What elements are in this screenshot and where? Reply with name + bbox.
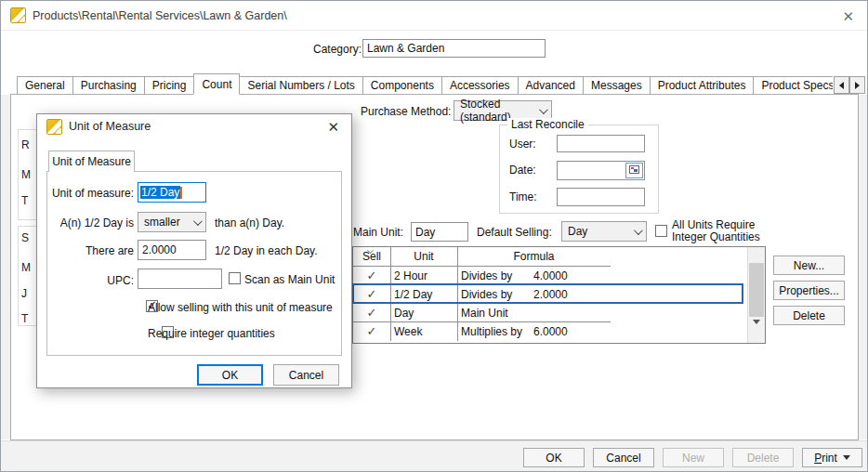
table-row[interactable]: ✓WeekMultiplies by6.0000 [353, 321, 611, 340]
new-side-button[interactable]: New... [773, 256, 845, 275]
unit-cell: Week [390, 325, 457, 338]
dropdown-arrow-icon [843, 455, 850, 460]
clipped-label-fragment: M [21, 168, 31, 181]
formula-cell: Divides by2.0000 [457, 288, 611, 301]
dialog-ok-button[interactable]: OK [197, 364, 263, 386]
main-unit-input[interactable] [411, 222, 468, 242]
formula-factor: 6.0000 [533, 325, 568, 338]
tab-accessories[interactable]: Accessories [441, 76, 519, 95]
category-input[interactable] [362, 39, 546, 58]
column-divider [457, 247, 458, 341]
calendar-button[interactable] [625, 163, 643, 178]
clipped-label-fragment: R [21, 138, 30, 151]
category-label: Category: [313, 43, 362, 56]
formula-cell: Multiplies by6.0000 [457, 325, 611, 338]
window-title: Products\Rental\Rental Services\Lawn & G… [33, 9, 287, 22]
upc-label: UPC: [37, 274, 134, 287]
tab-components[interactable]: Components [362, 76, 442, 95]
properties-side-button[interactable]: Properties... [773, 281, 845, 300]
tab-general[interactable]: General [17, 76, 73, 95]
user-label: User: [509, 138, 536, 151]
sell-check-icon: ✓ [353, 306, 390, 320]
time-label: Time: [509, 190, 537, 203]
ok-button[interactable]: OK [523, 448, 585, 467]
new-button: New [663, 448, 724, 467]
print-button[interactable]: Print [802, 448, 862, 467]
dialog-cancel-button[interactable]: Cancel [273, 364, 339, 386]
table-row[interactable]: ✓1/2 DayDivides by2.0000 [353, 284, 611, 303]
unit-of-measure-label: Unit of measure: [37, 187, 134, 200]
quantity-input[interactable] [138, 240, 206, 260]
table-scrollbar[interactable] [747, 247, 765, 343]
tab-product-specs[interactable]: Product Specs [753, 76, 833, 95]
calendar-icon [629, 165, 639, 174]
clipped-label-fragment: S [21, 231, 29, 244]
unit-of-measure-input[interactable]: 1/2 Day [138, 182, 206, 203]
last-reconcile-group: Last Reconcile User: Date: Time: [499, 125, 659, 214]
allow-selling-label: Allow selling with this unit of measure [148, 301, 333, 314]
table-row[interactable]: ✓2 HourDivides by4.0000 [353, 266, 611, 284]
sell-check-icon: ✓ [353, 324, 390, 338]
require-integer-label: Require integer quantities [148, 327, 275, 340]
dialog-close-icon[interactable]: ✕ [327, 120, 339, 134]
cancel-button[interactable]: Cancel [593, 448, 654, 467]
formula-text: Multiplies by [461, 325, 533, 338]
upc-input[interactable] [138, 269, 222, 289]
right-arrow-icon [855, 82, 860, 89]
formula-cell: Main Unit [457, 307, 611, 320]
scrollbar-thumb[interactable] [749, 263, 764, 317]
tab-purchasing[interactable]: Purchasing [72, 76, 145, 95]
clipped-label-fragment: M [21, 261, 31, 274]
time-input[interactable] [557, 188, 645, 206]
right-margin [859, 95, 868, 439]
user-input[interactable] [557, 135, 645, 152]
column-header-sell[interactable]: Sell [353, 250, 390, 263]
app-logo-icon [10, 7, 26, 23]
selected-text: 1/2 Day [140, 186, 180, 199]
formula-text: Divides by [461, 269, 533, 282]
formula-text: Divides by [461, 288, 533, 301]
unit-cell: Day [390, 307, 457, 320]
tab-pricing[interactable]: Pricing [144, 76, 195, 95]
formula-factor: 4.0000 [533, 269, 568, 282]
left-margin [1, 95, 10, 439]
sell-check-icon: ✓ [353, 287, 390, 301]
tab-serial-numbers-lots[interactable]: Serial Numbers / Lots [239, 76, 362, 95]
main-unit-label: Main Unit: [353, 226, 403, 239]
relation-value: smaller [144, 216, 180, 229]
app-logo-icon [46, 119, 62, 135]
clipped-label-fragment: T [21, 194, 28, 207]
quantity-suffix: 1/2 Day in each Day. [215, 244, 318, 257]
scroll-down-icon[interactable] [753, 324, 760, 337]
window-close-icon[interactable]: ✕ [842, 9, 854, 23]
all-units-checkbox-label: All Units Require Integer Quantities [672, 219, 760, 243]
column-header-formula[interactable]: Formula [457, 250, 611, 263]
tab-count[interactable]: Count [193, 73, 240, 95]
unit-cell: 2 Hour [390, 269, 457, 282]
clipped-label-fragment: J [21, 287, 27, 300]
tab-messages[interactable]: Messages [583, 76, 651, 95]
delete-side-button[interactable]: Delete [773, 306, 845, 325]
default-selling-combo[interactable]: Day [561, 221, 647, 242]
units-table-header: Sell Unit Formula [353, 247, 611, 266]
tab-advanced[interactable]: Advanced [518, 76, 584, 95]
formula-cell: Divides by4.0000 [457, 269, 611, 282]
relation-combo[interactable]: smaller [138, 212, 206, 232]
relation-suffix: than a(n) Day. [215, 216, 284, 229]
scan-as-main-unit-checkbox[interactable] [229, 272, 241, 284]
chevron-down-icon [539, 105, 548, 114]
products-window: Products\Rental\Rental Services\Lawn & G… [0, 0, 868, 472]
date-label: Date: [509, 164, 536, 177]
table-row[interactable]: ✓DayMain Unit [353, 303, 611, 321]
tab-scroll-right-button[interactable] [849, 76, 865, 94]
tab-product-attributes[interactable]: Product Attributes [650, 76, 755, 95]
column-header-unit[interactable]: Unit [390, 250, 457, 263]
units-table: Sell Unit Formula ✓2 HourDivides by4.000… [352, 246, 766, 344]
print-label: Print [814, 452, 837, 465]
tab-scroll-left-button[interactable] [834, 76, 849, 94]
dialog-tab-unit-of-measure[interactable]: Unit of Measure [48, 151, 135, 172]
column-divider [390, 247, 391, 341]
purchase-method-label: Purchase Method: [361, 105, 451, 118]
all-units-checkbox[interactable] [655, 225, 667, 237]
clipped-label-fragment: T [21, 312, 28, 325]
